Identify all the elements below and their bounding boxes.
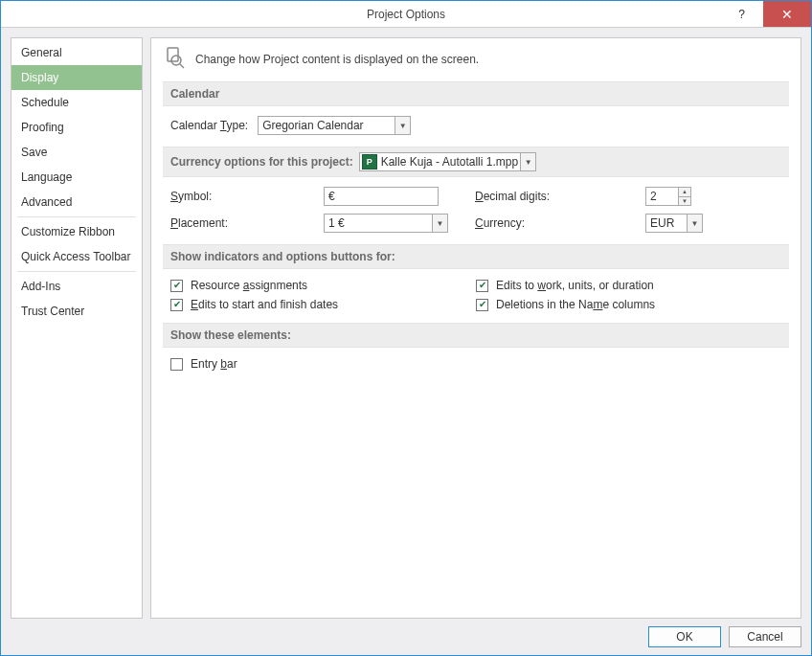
page-header: Change how Project content is displayed … — [163, 46, 789, 72]
checkbox-icon: ✔ — [170, 280, 183, 292]
sidebar-item-customize-ribbon[interactable]: Customize Ribbon — [11, 219, 142, 244]
chk-resource-assignments[interactable]: ✔ Resource assignments — [170, 279, 476, 292]
currency-dropdown[interactable]: EUR ▼ — [645, 214, 703, 233]
decimal-value: 2 — [650, 190, 657, 203]
chk-label: Deletions in the Name columns — [496, 298, 655, 311]
calendar-type-row: Calendar Type: Gregorian Calendar ▼ — [170, 116, 781, 135]
chk-label: Edits to work, units, or duration — [496, 279, 654, 292]
section-indicators-title: Show indicators and options buttons for: — [170, 250, 395, 263]
symbol-label: Symbol: — [170, 190, 306, 203]
chk-edits-dates[interactable]: ✔ Edits to start and finish dates — [170, 298, 476, 311]
project-file-icon: P — [362, 154, 377, 170]
sidebar-item-save[interactable]: Save — [11, 140, 142, 165]
calendar-type-dropdown[interactable]: Gregorian Calendar ▼ — [258, 116, 411, 135]
spinner-buttons: ▲ ▼ — [678, 188, 690, 205]
section-indicators: Show indicators and options buttons for: — [163, 244, 789, 269]
section-calendar-title: Calendar — [170, 87, 219, 101]
sidebar-item-language[interactable]: Language — [11, 165, 142, 190]
placement-dropdown[interactable]: 1 € ▼ — [324, 214, 448, 233]
project-file-value: Kalle Kuja - Autotalli 1.mpp — [381, 155, 518, 169]
chk-edits-work[interactable]: ✔ Edits to work, units, or duration — [476, 279, 781, 292]
svg-line-2 — [180, 64, 184, 68]
calendar-type-value: Gregorian Calendar — [262, 119, 363, 132]
titlebar: Project Options ? ✕ — [1, 1, 811, 28]
cancel-button[interactable]: Cancel — [729, 626, 801, 647]
decimal-label: Decimal digits: — [475, 190, 628, 203]
checkbox-icon — [170, 358, 183, 371]
currency-value: EUR — [650, 216, 674, 230]
window-title: Project Options — [1, 8, 811, 21]
svg-point-1 — [171, 56, 181, 65]
sidebar-item-addins[interactable]: Add-Ins — [11, 274, 142, 299]
currency-label: Currency: — [475, 216, 628, 230]
chevron-down-icon: ▼ — [395, 117, 410, 134]
sidebar-separator — [17, 216, 136, 217]
page-header-text: Change how Project content is displayed … — [195, 53, 479, 66]
chk-label: Entry bar — [191, 357, 237, 371]
calendar-type-label: Calendar Type: — [170, 119, 248, 132]
section-elements-title: Show these elements: — [170, 328, 291, 342]
ok-button[interactable]: OK — [648, 626, 721, 647]
section-currency: Currency options for this project: P Kal… — [163, 147, 789, 177]
placement-value: 1 € — [328, 216, 345, 230]
chk-label: Edits to start and finish dates — [191, 298, 338, 311]
symbol-input[interactable]: € — [324, 187, 439, 206]
sidebar-item-general[interactable]: General — [11, 40, 142, 65]
section-elements: Show these elements: — [163, 323, 789, 348]
chevron-down-icon: ▼ — [687, 215, 702, 232]
spin-up-icon[interactable]: ▲ — [679, 188, 690, 197]
sidebar-item-quick-access[interactable]: Quick Access Toolbar — [11, 244, 142, 269]
chevron-down-icon: ▼ — [520, 153, 535, 170]
sidebar-item-advanced[interactable]: Advanced — [11, 190, 142, 215]
indicators-grid: ✔ Resource assignments ✔ Edits to work, … — [170, 279, 781, 311]
chk-label: Resource assignments — [191, 279, 307, 292]
chevron-down-icon: ▼ — [432, 215, 447, 232]
category-sidebar: General Display Schedule Proofing Save L… — [11, 37, 143, 619]
checkbox-icon: ✔ — [476, 280, 488, 292]
chk-entry-bar[interactable]: Entry bar — [170, 357, 781, 371]
project-file-dropdown[interactable]: P Kalle Kuja - Autotalli 1.mpp ▼ — [359, 152, 536, 171]
content-panel: Change how Project content is displayed … — [150, 37, 801, 619]
currency-form: Symbol: € Decimal digits: 2 ▲ ▼ Placemen… — [170, 187, 781, 233]
sidebar-separator — [17, 271, 136, 272]
sidebar-item-proofing[interactable]: Proofing — [11, 115, 142, 140]
sidebar-item-display[interactable]: Display — [11, 65, 142, 90]
dialog-window: Project Options ? ✕ General Display Sche… — [0, 0, 812, 656]
dialog-body: General Display Schedule Proofing Save L… — [1, 28, 811, 655]
svg-rect-0 — [168, 48, 178, 61]
sidebar-item-schedule[interactable]: Schedule — [11, 90, 142, 115]
magnifier-icon — [163, 46, 186, 72]
sidebar-item-trust-center[interactable]: Trust Center — [11, 299, 142, 324]
checkbox-icon: ✔ — [170, 299, 183, 311]
section-currency-title: Currency options for this project: — [170, 155, 353, 169]
columns: General Display Schedule Proofing Save L… — [11, 37, 801, 619]
section-calendar: Calendar — [163, 81, 789, 106]
checkbox-icon: ✔ — [476, 299, 488, 311]
placement-label: Placement: — [170, 216, 306, 230]
dialog-buttons: OK Cancel — [11, 619, 801, 647]
decimal-digits-spinner[interactable]: 2 ▲ ▼ — [645, 187, 691, 206]
elements-grid: Entry bar — [170, 357, 781, 371]
spin-down-icon[interactable]: ▼ — [679, 197, 690, 206]
symbol-value: € — [328, 190, 335, 203]
chk-deletions[interactable]: ✔ Deletions in the Name columns — [476, 298, 781, 311]
